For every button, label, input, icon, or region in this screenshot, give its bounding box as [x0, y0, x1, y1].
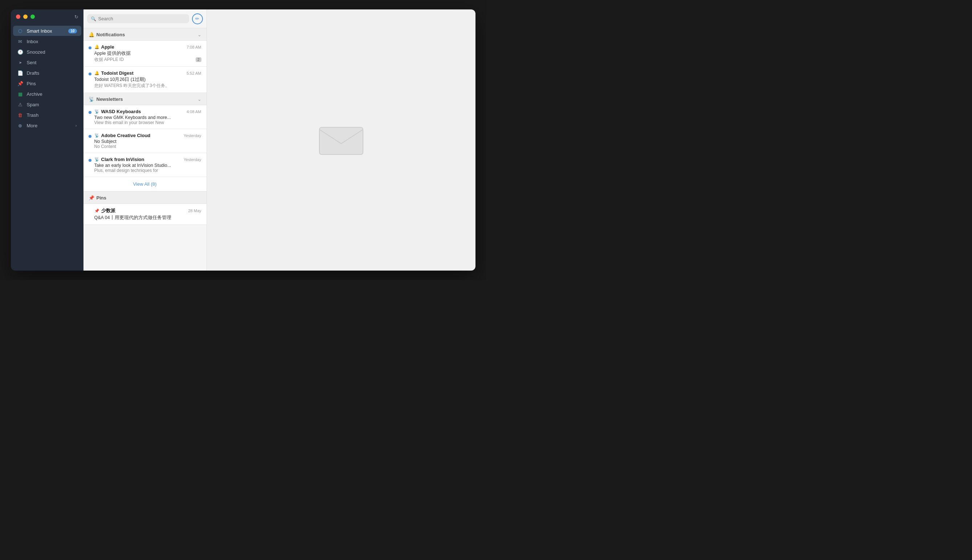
notifications-collapse-button[interactable]: ⌄: [197, 32, 201, 37]
pins-section-title: 📌 Pins: [89, 195, 106, 200]
email-content: 📌 少数派 28 May Q&A 04丨用更现代的方式做任务管理: [94, 207, 201, 221]
email-header-row: 📡 WASD Keyboards 4:08 AM: [94, 109, 201, 114]
email-content: 📡 WASD Keyboards 4:08 AM Two new GMK Key…: [94, 109, 201, 125]
smart-inbox-badge: 10: [68, 28, 77, 33]
view-all-newsletters-link[interactable]: View All (8): [84, 177, 207, 192]
pins-section-header: 📌 Pins: [84, 192, 207, 204]
drafts-icon: 📄: [17, 70, 23, 76]
trash-icon: 🗑: [17, 112, 23, 118]
sidebar-item-spam[interactable]: ⚠ Spam: [13, 99, 81, 110]
email-subject: Apple 提供的收据: [94, 50, 201, 57]
app-window: ↻ ⬡ Smart Inbox 10 ✉ Inbox 🕐 Snoozed ➤ S…: [11, 10, 476, 270]
main-content-area: [207, 10, 476, 270]
email-preview: View this email in your browser New: [94, 120, 201, 125]
sidebar-navigation: ⬡ Smart Inbox 10 ✉ Inbox 🕐 Snoozed ➤ Sen…: [11, 24, 84, 270]
notifications-section-title: 🔔 Notifications: [89, 32, 125, 37]
notification-sender-icon: 🔔: [94, 45, 99, 49]
newsletter-sender-icon: 📡: [94, 133, 99, 138]
search-input[interactable]: [99, 16, 185, 22]
sidebar-item-label: Pins: [27, 81, 36, 86]
email-subject: Two new GMK Keyboards and more...: [94, 115, 201, 120]
list-item[interactable]: 📡 Clark from InVision Yesterday Take an …: [84, 153, 207, 177]
sidebar-item-label: Trash: [27, 112, 39, 118]
email-preview: No Content: [94, 144, 201, 149]
list-item[interactable]: 📡 WASD Keyboards 4:08 AM Two new GMK Key…: [84, 105, 207, 129]
email-header-row: 📌 少数派 28 May: [94, 207, 201, 214]
email-sender: 📌 少数派: [94, 207, 115, 214]
minimize-button[interactable]: [23, 15, 28, 19]
sidebar-item-pins[interactable]: 📌 Pins: [13, 78, 81, 88]
sidebar-item-label: Drafts: [27, 70, 40, 76]
email-header-row: 📡 Clark from InVision Yesterday: [94, 157, 201, 162]
newsletters-section-title: 📡 Newsletters: [89, 97, 123, 102]
email-header-row: 📡 Adobe Creative Cloud Yesterday: [94, 133, 201, 138]
email-preview: 您好 WATERS 昨天您完成了3个任务。: [94, 83, 201, 89]
list-item[interactable]: 📌 少数派 28 May Q&A 04丨用更现代的方式做任务管理: [84, 204, 207, 225]
search-input-wrap[interactable]: 🔍: [87, 14, 189, 23]
email-time: 28 May: [188, 208, 201, 213]
pin-sender-icon: 📌: [94, 208, 99, 213]
unread-indicator: [89, 111, 92, 114]
email-subject: Take an early look at InVision Studio...: [94, 163, 201, 168]
email-count-badge: 2: [195, 57, 201, 62]
compose-icon: ✏: [195, 16, 199, 22]
sidebar-item-drafts[interactable]: 📄 Drafts: [13, 68, 81, 78]
email-header-row: 🔔 Apple 7:08 AM: [94, 44, 201, 50]
notifications-section-header: 🔔 Notifications ⌄: [84, 28, 207, 41]
email-sender: 📡 WASD Keyboards: [94, 109, 141, 114]
sidebar-item-sent[interactable]: ➤ Sent: [13, 57, 81, 67]
email-time: Yesterday: [184, 157, 201, 162]
sidebar-item-more[interactable]: ⊕ More ›: [13, 120, 81, 130]
email-time: 4:08 AM: [187, 110, 201, 114]
pins-icon: 📌: [17, 80, 23, 86]
sidebar-item-smart-inbox[interactable]: ⬡ Smart Inbox 10: [13, 26, 81, 36]
sidebar-item-label: Smart Inbox: [27, 28, 52, 34]
list-item[interactable]: 🔔 Todoist Digest 5:52 AM Todoist 10月26日 …: [84, 67, 207, 93]
titlebar: ↻: [11, 10, 84, 24]
sidebar-item-snoozed[interactable]: 🕐 Snoozed: [13, 47, 81, 57]
unread-indicator: [89, 73, 92, 75]
sidebar-item-label: Inbox: [27, 39, 38, 44]
list-item[interactable]: 📡 Adobe Creative Cloud Yesterday No Subj…: [84, 129, 207, 153]
newsletters-collapse-button[interactable]: ⌄: [197, 97, 201, 102]
spam-icon: ⚠: [17, 102, 23, 107]
list-item[interactable]: 🔔 Apple 7:08 AM Apple 提供的收据 收据 APPLE ID …: [84, 41, 207, 67]
sidebar-item-label: Sent: [27, 60, 37, 65]
newsletter-sender-icon: 📡: [94, 109, 99, 114]
sidebar-item-inbox[interactable]: ✉ Inbox: [13, 36, 81, 47]
sidebar-item-label: Archive: [27, 92, 42, 97]
email-time: 5:52 AM: [187, 71, 201, 75]
newsletter-sender-icon: 📡: [94, 157, 99, 162]
email-time: 7:08 AM: [187, 45, 201, 49]
pins-section-icon: 📌: [89, 195, 94, 200]
email-subject: No Subject: [94, 139, 201, 144]
unread-indicator: [89, 159, 92, 162]
maximize-button[interactable]: [30, 15, 35, 19]
snoozed-icon: 🕐: [17, 49, 23, 55]
unread-indicator: [89, 47, 92, 49]
email-sender: 🔔 Todoist Digest: [94, 70, 134, 76]
more-icon: ⊕: [17, 123, 23, 128]
email-list: 🔔 Notifications ⌄ 🔔 Apple 7:08 AM: [84, 28, 207, 270]
newsletter-icon: 📡: [89, 97, 94, 102]
sidebar-item-label: More: [27, 123, 38, 128]
email-sender: 📡 Adobe Creative Cloud: [94, 133, 150, 138]
unread-indicator: [89, 135, 92, 138]
sidebar-item-trash[interactable]: 🗑 Trash: [13, 110, 81, 120]
sidebar-item-archive[interactable]: ▦ Archive: [13, 89, 81, 99]
email-preview: 收据 APPLE ID 2: [94, 57, 201, 63]
search-bar: 🔍 ✏: [84, 10, 207, 28]
svg-rect-0: [319, 127, 363, 155]
chevron-right-icon: ›: [75, 123, 77, 128]
email-content: 📡 Adobe Creative Cloud Yesterday No Subj…: [94, 133, 201, 149]
email-content: 🔔 Apple 7:08 AM Apple 提供的收据 收据 APPLE ID …: [94, 44, 201, 63]
email-sender: 🔔 Apple: [94, 44, 114, 50]
refresh-icon[interactable]: ↻: [74, 14, 78, 20]
sent-icon: ➤: [17, 60, 23, 65]
close-button[interactable]: [16, 15, 20, 19]
email-subject: Todoist 10月26日 (1过期): [94, 77, 201, 83]
compose-button[interactable]: ✏: [192, 13, 203, 24]
inbox-icon: ✉: [17, 38, 23, 44]
email-subject: Q&A 04丨用更现代的方式做任务管理: [94, 215, 201, 221]
empty-envelope-icon: [317, 122, 365, 158]
